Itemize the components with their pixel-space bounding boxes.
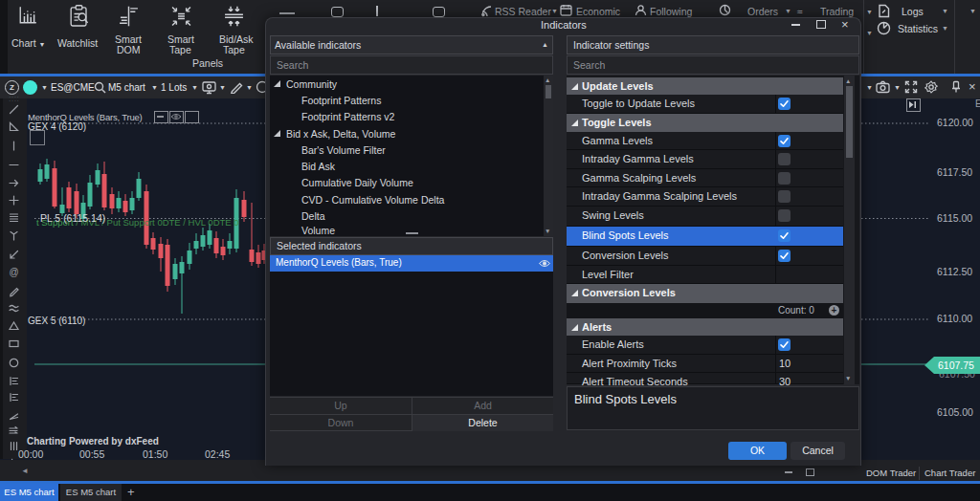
svg-text:6107.75: 6107.75: [938, 359, 974, 371]
